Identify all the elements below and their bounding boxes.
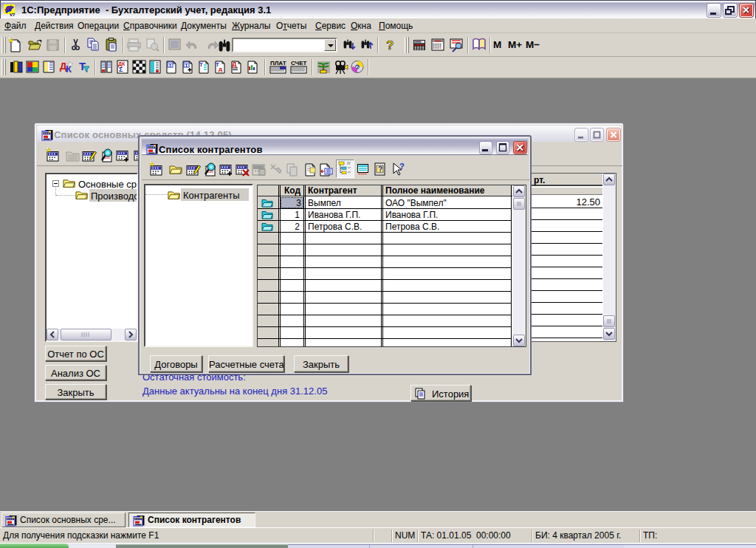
svg-text:Σ: Σ — [119, 66, 123, 73]
svg-text:V7: V7 — [10, 13, 16, 17]
svg-text:Т: Т — [199, 61, 203, 68]
svg-text:СЧЕТ: СЧЕТ — [291, 60, 307, 66]
svg-text:?: ? — [386, 38, 394, 52]
svg-text:?: ? — [399, 162, 405, 171]
svg-text:ПЛАТ: ПЛАТ — [270, 60, 286, 66]
svg-text:?: ? — [355, 64, 360, 71]
svg-text:?: ? — [378, 165, 382, 174]
svg-text:Т: Т — [185, 62, 188, 69]
svg-text:д: д — [219, 66, 222, 72]
svg-text:Т: Т — [168, 62, 172, 69]
svg-text:Т: Т — [79, 60, 86, 72]
svg-text:Д: Д — [232, 61, 237, 68]
